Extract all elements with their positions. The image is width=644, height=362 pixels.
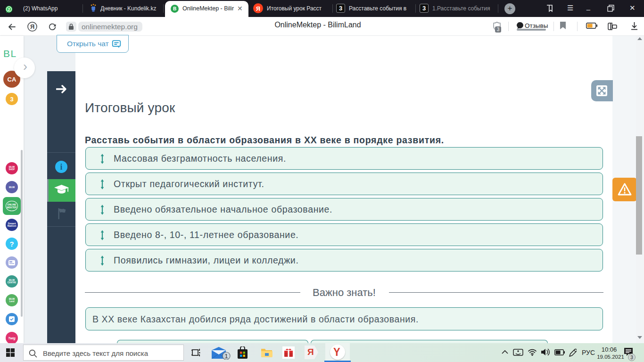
svg-text:2: 2 bbox=[8, 7, 10, 12]
svg-text:Я: Я bbox=[256, 6, 260, 12]
svg-text:1: 1 bbox=[224, 353, 228, 360]
